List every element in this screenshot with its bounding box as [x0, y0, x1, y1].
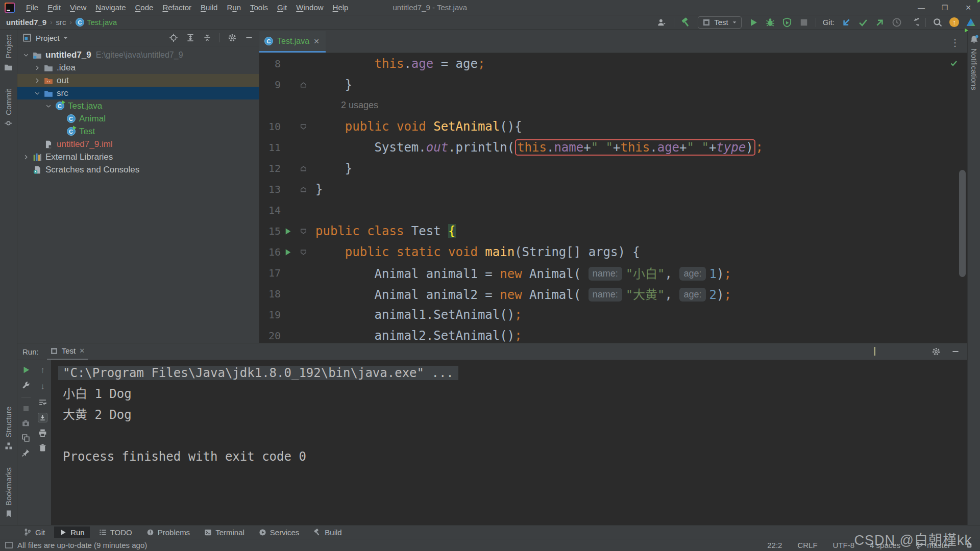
tab-test-java[interactable]: C Test.java ✕: [259, 31, 326, 53]
menu-tools[interactable]: Tools: [246, 3, 273, 12]
menu-refactor[interactable]: Refactor: [158, 3, 196, 12]
stripe-tab-bookmarks[interactable]: Bookmarks: [4, 467, 13, 518]
menu-edit[interactable]: Edit: [43, 3, 65, 12]
toolwindow-button-services[interactable]: Services: [254, 527, 305, 538]
breadcrumb-src[interactable]: src: [56, 18, 66, 27]
tree-item-scratches-and-consoles[interactable]: Scratches and Consoles: [17, 163, 259, 176]
search-icon[interactable]: [933, 17, 943, 28]
run-line-button[interactable]: [284, 224, 292, 238]
minimize-icon[interactable]: [244, 33, 254, 42]
menu-code[interactable]: Code: [131, 3, 158, 12]
project-panel-title[interactable]: Project: [36, 34, 60, 42]
status-message[interactable]: All files are up-to-date (9 minutes ago): [17, 541, 147, 549]
tree-item-test[interactable]: CTest: [17, 125, 259, 138]
hammer-build-icon[interactable]: [681, 17, 691, 28]
stop-disabled-icon[interactable]: [799, 17, 809, 28]
minimize-icon[interactable]: [951, 347, 960, 356]
gear-icon[interactable]: [228, 33, 237, 42]
close-tab-icon[interactable]: ✕: [313, 37, 320, 45]
gear-icon[interactable]: [932, 347, 941, 356]
menu-run[interactable]: Run: [222, 3, 246, 12]
tree-item-out[interactable]: out: [17, 74, 259, 87]
toolwindow-button-run[interactable]: Run: [54, 527, 90, 538]
status-widget-mini-square[interactable]: [966, 542, 973, 549]
toolwindow-button-git[interactable]: Git: [18, 527, 50, 538]
chevron-down-icon[interactable]: [43, 103, 54, 109]
tree-item-untitled7_9-iml[interactable]: untitled7_9.iml: [17, 138, 259, 151]
stripe-tab-notifications[interactable]: Notifications: [969, 35, 979, 90]
tree-item-external-libraries[interactable]: External Libraries: [17, 151, 259, 163]
tree-item-src[interactable]: src: [17, 87, 259, 99]
chevron-down-icon[interactable]: [32, 90, 43, 96]
tree-item--idea[interactable]: .idea: [17, 61, 259, 74]
breadcrumb-untitled7_9[interactable]: untitled7_9: [6, 18, 46, 27]
status-widget-crlf[interactable]: CRLF: [797, 541, 817, 549]
toolwindow-button-todo[interactable]: TODO: [94, 527, 137, 538]
code-editor[interactable]: 8 this.age = age;9 }2 usages10 public vo…: [259, 53, 967, 343]
fold-marker[interactable]: [300, 119, 307, 134]
close-run-tab-icon[interactable]: ✕: [79, 347, 85, 355]
kebab-menu-icon[interactable]: ⋮: [950, 37, 967, 53]
pin-icon[interactable]: [21, 448, 30, 457]
chevron-down-icon[interactable]: [63, 35, 68, 41]
restore-button[interactable]: ❐: [933, 0, 957, 15]
stripe-tab-commit[interactable]: Commit: [4, 89, 13, 128]
inspections-ok-icon[interactable]: [950, 59, 958, 67]
arrow-up-icon[interactable]: ↑: [40, 365, 45, 375]
run-console[interactable]: "C:\Program Files\Java\jdk1.8.0_192\bin\…: [51, 360, 967, 525]
stripe-tab-structure[interactable]: Structure: [4, 407, 13, 450]
fold-marker[interactable]: [300, 224, 307, 238]
menu-file[interactable]: File: [21, 3, 43, 12]
toolwindow-button-problems[interactable]: Problems: [141, 527, 195, 538]
status-widget-22-2[interactable]: 22:2: [767, 541, 782, 549]
tree-item-animal[interactable]: CAnimal: [17, 112, 259, 125]
status-widget-4-spaces[interactable]: 4 spaces: [870, 541, 900, 549]
toolwindow-button-terminal[interactable]: Terminal: [199, 527, 250, 538]
printer-icon[interactable]: [38, 429, 47, 437]
stripe-tab-project[interactable]: Project: [4, 35, 13, 71]
run-tab-test[interactable]: Test ✕: [47, 343, 88, 360]
fold-marker[interactable]: [300, 182, 307, 196]
update-notification-icon[interactable]: ↑: [949, 17, 959, 27]
tree-item-untitled7_9[interactable]: untitled7_9E:\gitee\java\untitled7_9: [17, 48, 259, 61]
status-widget-master[interactable]: master: [916, 541, 950, 549]
breadcrumb-test-java[interactable]: C Test.java: [76, 18, 117, 27]
git-update-icon[interactable]: [841, 17, 851, 28]
wrench-icon[interactable]: [21, 381, 31, 390]
scroll-end-icon[interactable]: [38, 413, 47, 422]
editor-area[interactable]: C Test.java ✕ ⋮ 8 this.age = age;9 }2 us…: [259, 30, 967, 343]
chevron-right-icon[interactable]: [32, 65, 43, 71]
menu-navigate[interactable]: Navigate: [91, 3, 130, 12]
soft-wrap-icon[interactable]: [38, 398, 47, 407]
toolwindow-button-build[interactable]: Build: [308, 527, 347, 538]
layout-icon[interactable]: [21, 434, 30, 442]
run-configuration-combo[interactable]: Test: [698, 16, 742, 29]
run-line-button[interactable]: [284, 245, 292, 259]
menu-view[interactable]: View: [65, 3, 91, 12]
tree-item-test-java[interactable]: CTest.java: [17, 99, 259, 112]
arrow-down-icon[interactable]: ↓: [40, 382, 45, 392]
fold-marker[interactable]: [300, 245, 307, 259]
coverage-shield-icon[interactable]: [782, 17, 792, 28]
user-icon[interactable]: [656, 18, 667, 27]
debug-bug-icon[interactable]: [765, 17, 775, 28]
toolbox-icon[interactable]: [966, 17, 976, 28]
git-commit-icon[interactable]: [858, 17, 868, 28]
collapse-all-icon[interactable]: [203, 33, 212, 42]
editor-scrollbar[interactable]: [959, 170, 966, 277]
menu-git[interactable]: Git: [273, 3, 291, 12]
rollback-icon[interactable]: [909, 17, 919, 28]
dump-icon[interactable]: [21, 419, 30, 428]
status-widget-utf-8[interactable]: UTF-8: [833, 541, 855, 549]
trash-icon[interactable]: [38, 443, 47, 452]
menu-help[interactable]: Help: [328, 3, 353, 12]
minimize-button[interactable]: —: [910, 0, 933, 15]
run-play-icon[interactable]: [748, 17, 758, 28]
chevron-right-icon[interactable]: [32, 78, 43, 84]
fold-marker[interactable]: [300, 161, 307, 176]
fold-marker[interactable]: [300, 78, 307, 92]
menu-build[interactable]: Build: [196, 3, 222, 12]
git-push-icon[interactable]: [875, 17, 885, 28]
stop-icon[interactable]: [22, 405, 30, 413]
expand-all-icon[interactable]: [186, 33, 195, 42]
